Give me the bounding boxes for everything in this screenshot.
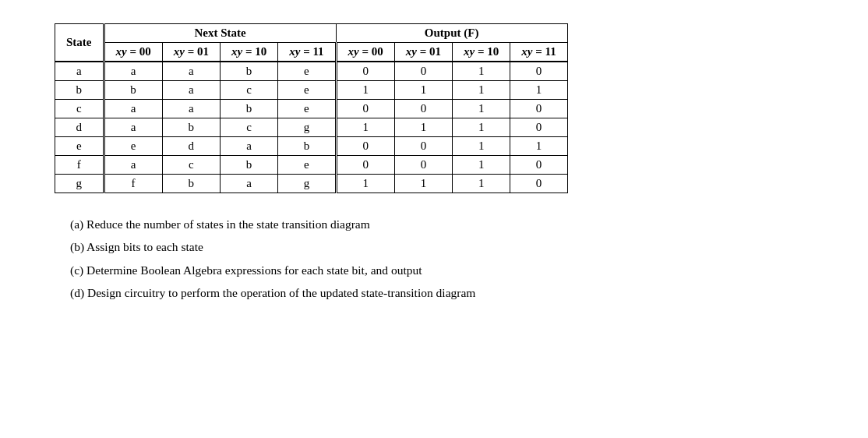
state-cell: d xyxy=(55,118,104,137)
questions-container: (a) Reduce the number of states in the s… xyxy=(70,215,475,302)
output-group-header: Output (F) xyxy=(336,24,567,43)
next-state-group-header: Next State xyxy=(104,24,336,43)
ns01-cell: a xyxy=(162,81,220,100)
state-cell: e xyxy=(55,137,104,156)
out01-cell: 0 xyxy=(394,62,452,81)
ns10-cell: a xyxy=(220,175,277,193)
ns10-cell: b xyxy=(220,62,277,81)
state-cell: b xyxy=(55,81,104,100)
out-xy11-header: xy = 11 xyxy=(510,43,567,62)
out01-cell: 0 xyxy=(394,100,452,118)
out00-cell: 0 xyxy=(336,62,394,81)
out00-cell: 0 xyxy=(336,137,394,156)
question-c: (c) Determine Boolean Algebra expression… xyxy=(70,261,475,279)
out10-cell: 1 xyxy=(453,156,510,175)
out11-cell: 0 xyxy=(510,62,567,81)
ns-xy01-header: xy = 01 xyxy=(162,43,220,62)
ns01-cell: a xyxy=(162,62,220,81)
out11-cell: 0 xyxy=(510,100,567,118)
out11-cell: 1 xyxy=(510,81,567,100)
out00-cell: 0 xyxy=(336,100,394,118)
out11-cell: 0 xyxy=(510,118,567,137)
out10-cell: 1 xyxy=(453,137,510,156)
ns01-cell: d xyxy=(162,137,220,156)
ns10-cell: a xyxy=(220,137,277,156)
ns01-cell: b xyxy=(162,118,220,137)
out10-cell: 1 xyxy=(453,62,510,81)
ns11-cell: e xyxy=(278,62,336,81)
table-row: aaabe0010 xyxy=(55,62,568,81)
out-xy01-header: xy = 01 xyxy=(394,43,452,62)
out01-cell: 0 xyxy=(394,137,452,156)
out-xy10-header: xy = 10 xyxy=(453,43,510,62)
out-xy00-header: xy = 00 xyxy=(336,43,394,62)
out01-cell: 1 xyxy=(394,118,452,137)
ns10-cell: c xyxy=(220,81,277,100)
ns00-cell: a xyxy=(104,100,162,118)
state-cell: f xyxy=(55,156,104,175)
ns00-cell: b xyxy=(104,81,162,100)
out11-cell: 1 xyxy=(510,137,567,156)
out00-cell: 1 xyxy=(336,118,394,137)
ns01-cell: c xyxy=(162,156,220,175)
out01-cell: 1 xyxy=(394,81,452,100)
ns11-cell: b xyxy=(278,137,336,156)
table-row: eedab0011 xyxy=(55,137,568,156)
out01-cell: 1 xyxy=(394,175,452,193)
question-d: (d) Design circuitry to perform the oper… xyxy=(70,284,475,302)
ns10-cell: c xyxy=(220,118,277,137)
ns-xy00-header: xy = 00 xyxy=(104,43,162,62)
table-row: gfbag1110 xyxy=(55,175,568,193)
ns00-cell: a xyxy=(104,62,162,81)
table-row: dabcg1110 xyxy=(55,118,568,137)
question-a: (a) Reduce the number of states in the s… xyxy=(70,215,475,233)
ns11-cell: e xyxy=(278,81,336,100)
ns01-cell: a xyxy=(162,100,220,118)
out10-cell: 1 xyxy=(453,175,510,193)
ns-xy10-header: xy = 10 xyxy=(220,43,277,62)
ns11-cell: e xyxy=(278,156,336,175)
question-b: (b) Assign bits to each state xyxy=(70,238,475,256)
ns10-cell: b xyxy=(220,100,277,118)
table-row: bbace1111 xyxy=(55,81,568,100)
out00-cell: 1 xyxy=(336,175,394,193)
table-row: caabe0010 xyxy=(55,100,568,118)
ns11-cell: g xyxy=(278,118,336,137)
ns11-cell: e xyxy=(278,100,336,118)
state-cell: g xyxy=(55,175,104,193)
out11-cell: 0 xyxy=(510,156,567,175)
ns00-cell: a xyxy=(104,118,162,137)
state-cell: a xyxy=(55,62,104,81)
out00-cell: 1 xyxy=(336,81,394,100)
ns11-cell: g xyxy=(278,175,336,193)
out00-cell: 0 xyxy=(336,156,394,175)
state-table: State Next State Output (F) xy = 00 xy =… xyxy=(55,23,568,193)
out10-cell: 1 xyxy=(453,118,510,137)
state-col-header: State xyxy=(55,24,104,62)
main-container: State Next State Output (F) xy = 00 xy =… xyxy=(31,23,837,302)
out11-cell: 0 xyxy=(510,175,567,193)
out01-cell: 0 xyxy=(394,156,452,175)
table-row: facbe0010 xyxy=(55,156,568,175)
ns00-cell: f xyxy=(104,175,162,193)
ns-xy11-header: xy = 11 xyxy=(278,43,336,62)
ns10-cell: b xyxy=(220,156,277,175)
out10-cell: 1 xyxy=(453,81,510,100)
ns01-cell: b xyxy=(162,175,220,193)
state-cell: c xyxy=(55,100,104,118)
ns00-cell: a xyxy=(104,156,162,175)
out10-cell: 1 xyxy=(453,100,510,118)
ns00-cell: e xyxy=(104,137,162,156)
